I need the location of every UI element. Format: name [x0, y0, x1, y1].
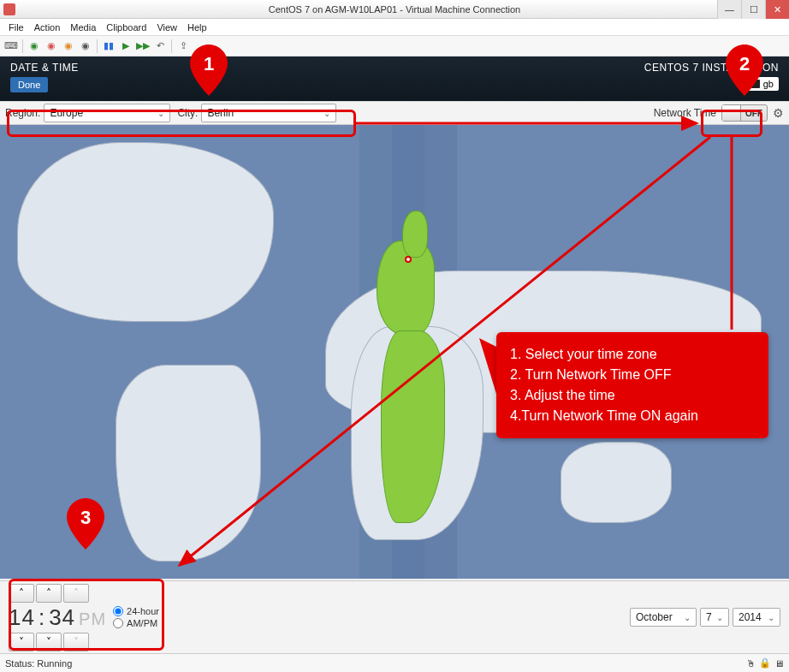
reset-icon[interactable]: ▶ — [118, 39, 133, 54]
gear-icon[interactable]: ⚙ — [773, 106, 784, 120]
month-combo[interactable]: October⌄ — [630, 608, 697, 627]
menu-action[interactable]: Action — [29, 22, 66, 33]
timezone-filter-bar: Region: Europe ⌄ City: Berlin ⌄ Network … — [0, 101, 789, 125]
chevron-down-icon: ⌄ — [684, 613, 691, 622]
hours-value: 14 — [9, 604, 35, 631]
window-titlebar: CentOS 7 on AGM-W10LAP01 - Virtual Machi… — [0, 0, 789, 19]
radio-24hour[interactable]: 24-hour — [113, 606, 159, 616]
page-title: DATE & TIME — [10, 62, 79, 74]
menubar: File Action Media Clipboard View Help — [0, 19, 789, 36]
turnoff-icon[interactable]: ◉ — [44, 39, 59, 54]
network-time-label: Network Time — [654, 107, 716, 119]
menu-help[interactable]: Help — [182, 22, 212, 33]
chevron-down-icon: ⌄ — [323, 109, 330, 118]
menu-media[interactable]: Media — [65, 22, 101, 33]
installer-title: CENTOS 7 INSTALLATION — [644, 62, 779, 74]
shutdown-icon[interactable]: ◉ — [61, 39, 76, 54]
annotation-callout: 1. Select your time zone 2. Turn Network… — [496, 332, 768, 438]
ampm-down-button: ˅ — [63, 633, 89, 651]
city-combo[interactable]: Berlin ⌄ — [201, 104, 336, 122]
menu-view[interactable]: View — [151, 22, 182, 33]
installer-header: DATE & TIME Done CENTOS 7 INSTALLATION g… — [0, 56, 789, 101]
selected-city-marker — [405, 256, 412, 263]
chevron-down-icon: ⌄ — [157, 109, 164, 118]
hours-down-button[interactable]: ˅ — [9, 633, 34, 651]
region-value: Europe — [50, 107, 83, 119]
keyboard-layout-label: gb — [763, 79, 774, 89]
date-picker: October⌄ 7⌄ 2014⌄ — [630, 608, 780, 627]
pause-icon[interactable]: ▮▮ — [101, 39, 116, 54]
time-display: 14:34 PM — [9, 604, 106, 631]
status-text: Status: Running — [5, 658, 72, 669]
network-time-value: OFF — [741, 109, 767, 118]
display-icon: 🖥 — [774, 658, 784, 669]
radio-ampm[interactable]: AM/PM — [113, 618, 159, 628]
day-combo[interactable]: 7⌄ — [700, 608, 729, 627]
ampm-value: PM — [79, 610, 106, 629]
start-icon[interactable]: ◉ — [27, 39, 42, 54]
lock-icon: 🔒 — [759, 657, 771, 669]
time-format-radios: 24-hour AM/PM — [113, 606, 159, 628]
minutes-up-button[interactable]: ˄ — [36, 584, 62, 603]
maximize-button[interactable]: ☐ — [741, 0, 765, 19]
keyboard-icon — [750, 80, 760, 88]
keyboard-layout-indicator[interactable]: gb — [745, 77, 779, 91]
ctrl-alt-del-icon[interactable]: ⌨ — [3, 39, 19, 54]
chevron-down-icon: ⌄ — [768, 613, 774, 622]
radio-24hour-input[interactable] — [113, 606, 123, 616]
mouse-icon: 🖱 — [746, 658, 756, 669]
vm-status-bar: Status: Running 🖱 🔒 🖥 — [0, 653, 789, 672]
time-editor: ˄ ˄ ˄ 14:34 PM ˅ ˅ ˅ 24-hour AM/PM — [9, 584, 159, 651]
network-time-switch[interactable]: OFF — [721, 104, 768, 122]
menu-file[interactable]: File — [3, 22, 29, 33]
region-label: Region: — [5, 107, 44, 119]
menu-clipboard[interactable]: Clipboard — [101, 22, 151, 33]
close-button[interactable]: ✕ — [765, 0, 789, 19]
ampm-up-button: ˄ — [63, 584, 89, 603]
window-title: CentOS 7 on AGM-W10LAP01 - Virtual Machi… — [269, 4, 521, 15]
save-icon[interactable]: ◉ — [78, 39, 93, 54]
minutes-down-button[interactable]: ˅ — [36, 633, 62, 651]
radio-ampm-input[interactable] — [113, 618, 123, 628]
done-button[interactable]: Done — [10, 77, 48, 92]
time-date-bar: ˄ ˄ ˄ 14:34 PM ˅ ˅ ˅ 24-hour AM/PM Octob… — [0, 580, 789, 653]
chevron-down-icon: ⌄ — [716, 613, 723, 622]
minutes-value: 34 — [49, 604, 75, 631]
city-value: Berlin — [207, 107, 234, 119]
revert-icon[interactable]: ↶ — [152, 39, 168, 54]
vm-toolbar: ⌨ ◉ ◉ ◉ ◉ ▮▮ ▶ ▶▶ ↶ ⇪ — [0, 36, 789, 56]
app-icon — [3, 3, 15, 15]
hours-up-button[interactable]: ˄ — [9, 584, 34, 603]
region-combo[interactable]: Europe ⌄ — [44, 104, 170, 122]
snapshot-icon[interactable]: ▶▶ — [135, 39, 151, 54]
city-label: City: — [177, 107, 201, 119]
year-combo[interactable]: 2014⌄ — [733, 608, 780, 627]
minimize-button[interactable]: — — [717, 0, 741, 19]
share-icon[interactable]: ⇪ — [175, 39, 191, 54]
